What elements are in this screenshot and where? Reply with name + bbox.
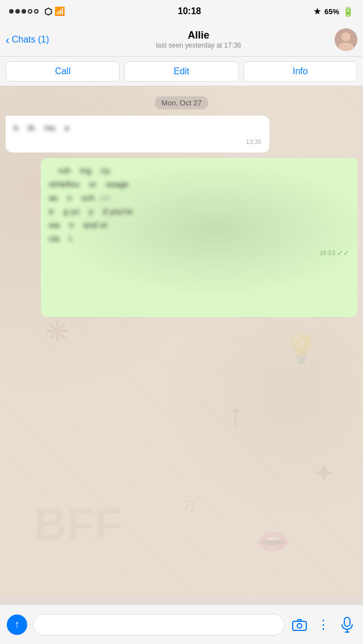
camera-button[interactable] [290,616,309,634]
signal-dot-2 [15,9,20,14]
svg-text:💡: 💡 [284,332,319,366]
upload-button[interactable]: ↑ [7,615,27,635]
message-time-sent: 16:53 ✓✓ [49,248,349,259]
svg-text:✦: ✦ [312,457,336,489]
edit-button[interactable]: Edit [124,61,238,82]
message-time-received: 13:35 [14,137,261,147]
action-bar: Call Edit Info [0,57,363,86]
signal-dots [9,9,39,14]
contact-name: Allie [62,29,335,41]
chat-content: Mon, Oct 27 h th Ho e 13:35 ruh ing ny. … [6,98,357,317]
upload-icon: ↑ [15,618,20,630]
date-label: Mon, Oct 27 [155,96,209,109]
back-label[interactable]: Chats (1) [12,35,49,45]
svg-point-1 [341,32,351,41]
status-bar: ⬡ 📶 10:18 ★ 65% 🔋 [0,0,363,23]
message-text-received: h th Ho e [14,121,261,135]
signal-dot-5 [34,9,39,14]
battery-icon: 🔋 [343,6,354,17]
more-button[interactable]: ⋮ [314,616,332,634]
mic-button[interactable] [338,616,356,634]
signal-dot-3 [22,9,26,14]
time-sent: 16:53 [319,248,335,258]
svg-text:❋: ❋ [45,316,69,348]
time-received: 13:35 [246,137,261,147]
avatar[interactable] [335,28,357,51]
superman-icon: ⬡ [44,6,52,17]
signal-dot-4 [28,9,32,14]
battery-percent: 65% [324,7,339,16]
back-chevron-icon: ‹ [6,34,10,45]
back-button[interactable]: ‹ Chats (1) [6,34,62,45]
svg-text:♫: ♫ [182,493,196,515]
message-text-sent: ruh ing ny. stHellou or ssage as n sch 1… [49,164,349,245]
message-sent: ruh ing ny. stHellou or ssage as n sch 1… [41,158,357,317]
more-icon: ⋮ [317,617,330,632]
contact-info: Allie last seen yesterday at 17:36 [62,29,335,49]
wifi-icon: 📶 [54,6,65,16]
svg-text:↑: ↑ [227,396,244,434]
message-input[interactable] [33,614,285,635]
status-left: ⬡ 📶 [9,6,65,17]
svg-rect-16 [344,617,350,626]
call-button[interactable]: Call [6,61,120,82]
svg-text:BFF: BFF [34,499,123,549]
status-time: 10:18 [178,6,201,16]
input-actions: ⋮ [290,616,356,634]
svg-rect-14 [293,621,306,630]
date-separator: Mon, Oct 27 [6,98,357,108]
svg-text:👄: 👄 [255,524,291,558]
signal-dot-1 [9,9,14,14]
bluetooth-icon: ★ [314,7,321,16]
message-received: h th Ho e 13:35 [6,116,269,152]
chat-area: BFF ✦ ✦ ✦ ↑ ❋ 👄 💡 ☺ ♪ ♫ Mon, Oct 27 h [0,86,363,596]
info-button[interactable]: Info [243,61,357,82]
contact-status: last seen yesterday at 17:36 [62,41,335,49]
input-bar: ↑ ⋮ [0,604,363,644]
status-right: ★ 65% 🔋 [314,6,354,17]
read-receipts-icon: ✓✓ [337,248,349,259]
svg-point-15 [297,624,302,628]
chat-header: ‹ Chats (1) Allie last seen yesterday at… [0,23,363,57]
